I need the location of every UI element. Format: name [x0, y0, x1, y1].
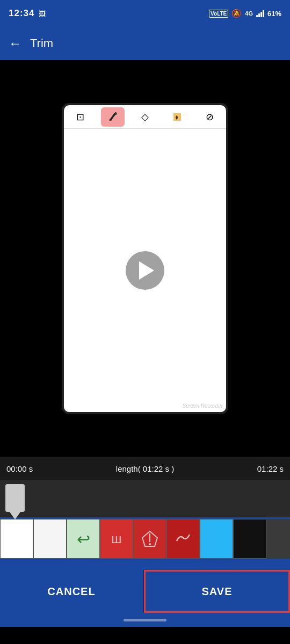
- scroll-indicator[interactable]: [0, 560, 290, 570]
- thumb-2: [33, 519, 67, 559]
- time-start: 00:00 s: [6, 464, 33, 473]
- save-button[interactable]: SAVE: [144, 570, 290, 613]
- page-title: Trim: [30, 36, 53, 50]
- mute-icon: 🔕: [231, 9, 242, 18]
- tool-fill[interactable]: [165, 107, 189, 127]
- tool-draw[interactable]: [101, 107, 125, 127]
- gesture-bar: [0, 613, 290, 627]
- tool-eraser[interactable]: ◇: [133, 107, 157, 127]
- battery-icon: 61%: [267, 10, 281, 18]
- signal-icon: [256, 10, 264, 17]
- status-icons: VoLTE 🔕 4G 61%: [209, 9, 281, 18]
- watermark: Screen Recorder: [182, 403, 223, 409]
- time-labels: 00:00 s length( 01:22 s ) 01:22 s: [0, 457, 290, 480]
- thumb-5: [133, 519, 166, 559]
- left-trim-handle[interactable]: [5, 484, 25, 512]
- tool-stamp[interactable]: ⊘: [198, 107, 222, 127]
- back-button[interactable]: ←: [9, 36, 21, 51]
- tool-bar: ⊡ ◇ ⊘: [64, 105, 226, 129]
- time-length: length( 01:22 s ): [116, 464, 174, 473]
- thumb-6: [166, 519, 200, 559]
- volte-icon: VoLTE: [209, 10, 228, 18]
- network-icon: 4G: [245, 10, 253, 17]
- thumbnail-strip[interactable]: ↩ ш: [0, 517, 290, 560]
- trim-area: [0, 480, 290, 517]
- timeline-section: 00:00 s length( 01:22 s ) 01:22 s ↩ ш: [0, 457, 290, 570]
- svg-point-3: [149, 543, 151, 545]
- action-buttons: CANCEL SAVE: [0, 570, 290, 613]
- thumb-1: [0, 519, 33, 559]
- thumb-4: ш: [100, 519, 133, 559]
- thumb-3: ↩: [67, 519, 100, 559]
- cancel-button[interactable]: CANCEL: [0, 570, 143, 613]
- tool-crop[interactable]: ⊡: [68, 107, 92, 127]
- thumb-7: [200, 519, 233, 559]
- gesture-pill: [124, 619, 166, 621]
- top-bar: ← Trim: [0, 27, 290, 60]
- inner-frame: ⊡ ◇ ⊘ Screen Recorder: [62, 103, 228, 414]
- content-area[interactable]: Screen Recorder: [64, 129, 226, 412]
- time-end: 01:22 s: [257, 464, 284, 473]
- status-time: 12:34: [9, 8, 34, 19]
- thumb-8: [233, 519, 266, 559]
- notification-icon: 🖼: [39, 10, 46, 18]
- play-button[interactable]: [126, 251, 164, 290]
- video-area: ⊡ ◇ ⊘ Screen Recorder: [0, 60, 290, 457]
- status-bar: 12:34 🖼 VoLTE 🔕 4G 61%: [0, 0, 290, 27]
